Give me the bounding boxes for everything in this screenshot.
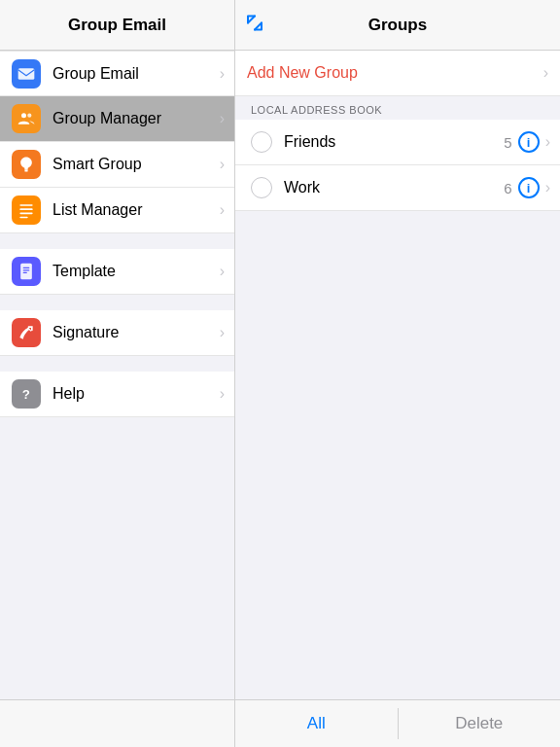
sidebar-separator xyxy=(0,233,234,249)
chevron-icon: › xyxy=(220,65,225,83)
sidebar-item-group-manager[interactable]: Group Manager › xyxy=(0,96,234,142)
bottom-bar-left-spacer xyxy=(0,700,235,747)
sidebar-label-signature: Signature xyxy=(52,324,220,341)
all-label: All xyxy=(307,714,326,733)
info-button-friends[interactable]: i xyxy=(518,131,540,153)
chevron-icon: › xyxy=(220,385,225,403)
svg-point-2 xyxy=(27,114,31,118)
svg-rect-7 xyxy=(19,217,27,219)
svg-rect-9 xyxy=(23,267,30,268)
chevron-icon: › xyxy=(220,324,225,341)
add-chevron-icon: › xyxy=(543,64,548,82)
smart-icon-wrap xyxy=(12,150,41,179)
right-spacer xyxy=(235,211,560,699)
svg-rect-10 xyxy=(23,269,30,270)
group-count-friends: 5 xyxy=(504,134,511,151)
radio-work[interactable] xyxy=(251,177,272,198)
sidebar-label-list-manager: List Manager xyxy=(52,201,220,219)
sig-icon-wrap xyxy=(12,318,41,347)
delete-label: Delete xyxy=(455,714,503,733)
top-bar: Group Email Groups xyxy=(0,0,560,51)
chevron-icon: › xyxy=(220,263,225,280)
add-new-group-button[interactable]: Add New Group › xyxy=(235,51,560,96)
help-icon-wrap: ? xyxy=(12,379,41,409)
chevron-friends: › xyxy=(545,133,550,151)
sidebar-label-smart-group: Smart Group xyxy=(52,156,220,173)
expand-icon[interactable] xyxy=(245,13,264,37)
info-button-work[interactable]: i xyxy=(518,177,540,198)
bottom-bar-right: All Delete xyxy=(235,700,560,747)
sidebar-label-help: Help xyxy=(52,385,220,403)
group-item-friends[interactable]: Friends 5 i › xyxy=(235,120,560,165)
svg-text:?: ? xyxy=(22,387,30,402)
add-new-group-label: Add New Group xyxy=(247,64,543,82)
chevron-work: › xyxy=(545,179,550,196)
group-name-work: Work xyxy=(284,179,504,196)
sidebar: Group Email › Group Manager › xyxy=(0,51,235,699)
top-bar-right: Groups xyxy=(235,0,560,50)
svg-rect-11 xyxy=(23,272,27,273)
sidebar-item-template[interactable]: Template › xyxy=(0,249,234,295)
group-count-work: 6 xyxy=(504,180,511,196)
right-panel-title: Groups xyxy=(368,16,427,35)
sidebar-item-signature[interactable]: Signature › xyxy=(0,310,234,356)
people-icon-wrap xyxy=(12,104,41,133)
sidebar-label-group-manager: Group Manager xyxy=(52,110,220,127)
section-header: LOCAL ADDRESS BOOK xyxy=(235,96,560,120)
chevron-icon: › xyxy=(220,156,225,173)
sidebar-separator-3 xyxy=(0,356,234,372)
svg-rect-8 xyxy=(20,264,32,280)
sidebar-label-template: Template xyxy=(52,263,220,280)
sidebar-separator-2 xyxy=(0,295,234,310)
chevron-icon: › xyxy=(220,110,225,127)
top-bar-left: Group Email xyxy=(0,0,235,50)
svg-rect-3 xyxy=(24,170,27,172)
all-button[interactable]: All xyxy=(235,700,398,747)
right-panel: Add New Group › LOCAL ADDRESS BOOK Frien… xyxy=(235,51,560,699)
bottom-bar: All Delete xyxy=(0,699,560,747)
sidebar-label-group-email: Group Email xyxy=(52,65,220,83)
radio-friends[interactable] xyxy=(251,131,272,153)
email-icon-wrap xyxy=(12,59,41,89)
sidebar-item-smart-group[interactable]: Smart Group › xyxy=(0,142,234,188)
svg-rect-5 xyxy=(19,208,32,210)
delete-button[interactable]: Delete xyxy=(399,700,561,747)
left-panel-title: Group Email xyxy=(68,16,166,35)
svg-rect-0 xyxy=(18,68,35,80)
sidebar-item-group-email[interactable]: Group Email › xyxy=(0,51,234,96)
sidebar-item-list-manager[interactable]: List Manager › xyxy=(0,188,234,233)
svg-rect-4 xyxy=(19,204,32,206)
doc-icon-wrap xyxy=(12,257,41,286)
svg-point-1 xyxy=(21,113,26,118)
chevron-icon: › xyxy=(220,201,225,219)
group-name-friends: Friends xyxy=(284,133,504,151)
main-content: Group Email › Group Manager › xyxy=(0,51,560,699)
sidebar-item-help[interactable]: ? Help › xyxy=(0,372,234,417)
svg-rect-6 xyxy=(19,213,32,215)
group-item-work[interactable]: Work 6 i › xyxy=(235,165,560,211)
list-icon-wrap xyxy=(12,196,41,225)
